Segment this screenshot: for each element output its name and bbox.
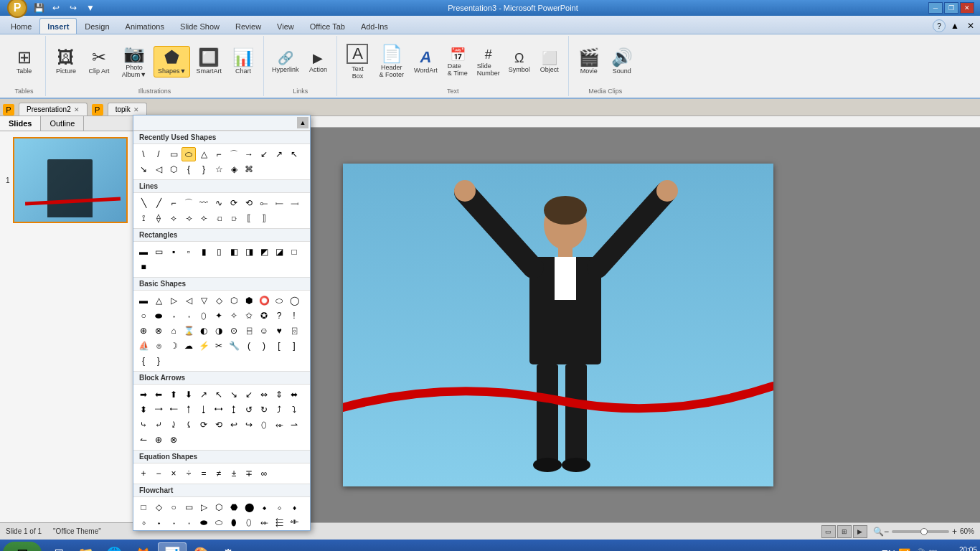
shape-item[interactable]: ◁ (151, 162, 166, 176)
shape-item[interactable]: ■ (136, 260, 151, 274)
chart-button[interactable]: 📊 Chart (227, 46, 259, 77)
tab-insert[interactable]: Insert (39, 18, 77, 34)
taskbar-item-ie[interactable]: 🌐 (100, 542, 128, 551)
shape-item[interactable]: ↖ (212, 387, 226, 402)
shape-item[interactable]: ⬮ (227, 515, 241, 529)
shape-item[interactable]: ⭣ (197, 402, 211, 417)
shape-item[interactable]: ◇ (212, 293, 226, 308)
object-button[interactable]: ⬜ Object (535, 48, 564, 75)
shape-item[interactable]: ⊙ (227, 324, 241, 338)
shape-item[interactable]: ▮ (197, 245, 211, 259)
shape-item[interactable]: ⬆ (166, 387, 181, 402)
shape-item[interactable]: ( (242, 339, 256, 353)
view-slideshow[interactable]: ▶ (853, 525, 867, 538)
shape-item[interactable]: ◁ (182, 293, 196, 308)
shape-oval[interactable]: ⬭ (182, 147, 196, 161)
datetime-button[interactable]: 📅 Date& Time (443, 44, 472, 79)
shape-item[interactable]: ⤶ (151, 418, 166, 432)
movie-button[interactable]: 🎬 Movie (573, 46, 605, 77)
table-button[interactable]: ⊞ Table (9, 46, 40, 77)
shape-item[interactable]: ⤹ (182, 418, 196, 432)
help-button[interactable]: ? (933, 19, 946, 32)
shape-item[interactable]: ↘ (227, 387, 241, 402)
shape-item[interactable]: ☺ (257, 324, 271, 338)
shape-item[interactable]: △ (151, 293, 166, 308)
view-normal[interactable]: ▭ (821, 525, 836, 538)
shape-item[interactable]: ⬰ (272, 418, 286, 432)
shape-item[interactable]: ◯ (287, 293, 301, 308)
shape-item[interactable]: ╲ (136, 196, 151, 210)
shape-item[interactable]: ⬶ (182, 530, 196, 531)
action-button[interactable]: ▶ Action (303, 48, 332, 75)
shape-item[interactable]: ◨ (242, 245, 256, 259)
shape-item[interactable]: ○ (136, 309, 151, 323)
shape-item[interactable]: ⬍ (136, 402, 151, 417)
shape-item[interactable]: ⟣ (197, 211, 211, 225)
shape-item[interactable]: } (197, 162, 211, 176)
shape-item[interactable]: 🔧 (227, 339, 241, 353)
shape-item[interactable]: ⟳ (197, 418, 211, 432)
shape-item[interactable]: + (136, 466, 151, 481)
shape-item[interactable]: ∓ (242, 466, 256, 481)
shape-item[interactable]: ✪ (257, 309, 271, 323)
slide-thumbnail[interactable] (13, 137, 128, 223)
shape-item[interactable]: ⬨ (136, 515, 151, 529)
shape-item[interactable]: ⟤ (212, 211, 226, 225)
shape-item[interactable]: ♥ (272, 324, 286, 338)
clipart-button[interactable]: ✂ Clip Art (83, 46, 115, 77)
shape-item[interactable]: ↙ (242, 387, 256, 402)
shape-item[interactable]: 〰 (197, 196, 211, 210)
customize-button[interactable]: ▼ (83, 1, 98, 14)
shape-item[interactable]: ↼ (136, 433, 151, 447)
textbox-button[interactable]: A TextBox (341, 41, 373, 83)
shapes-button[interactable]: ⬟ Shapes▼ (154, 46, 190, 77)
shape-item[interactable]: ∿ (212, 196, 226, 210)
taskbar-item-misc[interactable]: ⚙ (217, 542, 240, 551)
shape-item[interactable]: ⭕ (257, 293, 271, 308)
shape-item[interactable]: / (151, 147, 166, 161)
taskbar-item-photoshop[interactable]: 🎨 (188, 542, 215, 551)
shape-item[interactable]: ⌐ (212, 147, 226, 161)
shape-item[interactable]: ⟠ (151, 211, 166, 225)
shape-item[interactable]: ↘ (136, 162, 151, 176)
shape-item[interactable]: ⬵ (166, 530, 181, 531)
shape-item[interactable]: ⬤ (242, 500, 256, 514)
shape-item[interactable]: ✂ (212, 339, 226, 353)
shape-item[interactable]: ▷ (166, 293, 181, 308)
shape-item[interactable]: ↩ (227, 418, 241, 432)
taskbar-item-explorer[interactable]: 🖥 (46, 542, 70, 551)
shape-item[interactable]: ◩ (257, 245, 271, 259)
shape-item[interactable]: □ (287, 245, 301, 259)
shape-item[interactable]: ▽ (197, 293, 211, 308)
ribbon-options[interactable]: ✕ (964, 19, 977, 32)
shape-item[interactable]: ⛵ (136, 339, 151, 353)
shape-item[interactable]: ⟦ (242, 211, 256, 225)
shape-item[interactable]: ⬅ (151, 387, 166, 402)
tray-language[interactable]: EN (881, 548, 895, 551)
shape-item[interactable]: ⬧ (287, 500, 301, 514)
picture-button[interactable]: 🖼 Picture (50, 46, 82, 77)
tab-home[interactable]: Home (3, 18, 39, 34)
shape-item[interactable]: ⟟ (136, 211, 151, 225)
shape-item[interactable]: ⟳ (227, 196, 241, 210)
doc-tab-close2[interactable]: ✕ (133, 106, 139, 113)
shape-item[interactable]: ✩ (242, 309, 256, 323)
slidenumber-button[interactable]: # SlideNumber (473, 45, 504, 79)
tray-network[interactable]: 📶 (898, 548, 910, 551)
zoom-out[interactable]: 🔍− (873, 527, 889, 537)
shape-item[interactable]: △ (197, 147, 211, 161)
shape-item[interactable]: ⬫ (182, 515, 196, 529)
shape-item[interactable]: ⭡ (182, 402, 196, 417)
shape-item[interactable]: ▭ (182, 500, 196, 514)
shape-item[interactable]: ⊕ (136, 324, 151, 338)
shape-item[interactable]: ⬴ (151, 530, 166, 531)
tab-view[interactable]: View (269, 18, 302, 34)
undo-button[interactable]: ↩ (49, 1, 63, 14)
shape-item[interactable]: ≠ (212, 466, 226, 481)
taskbar-item-firefox[interactable]: 🦊 (129, 542, 156, 551)
shape-item[interactable]: } (151, 354, 166, 368)
tab-animations[interactable]: Animations (118, 18, 172, 34)
shape-item[interactable]: ] (287, 339, 301, 353)
shape-item[interactable]: ⇕ (272, 387, 286, 402)
smartart-button[interactable]: 🔲 SmartArt (192, 46, 226, 77)
